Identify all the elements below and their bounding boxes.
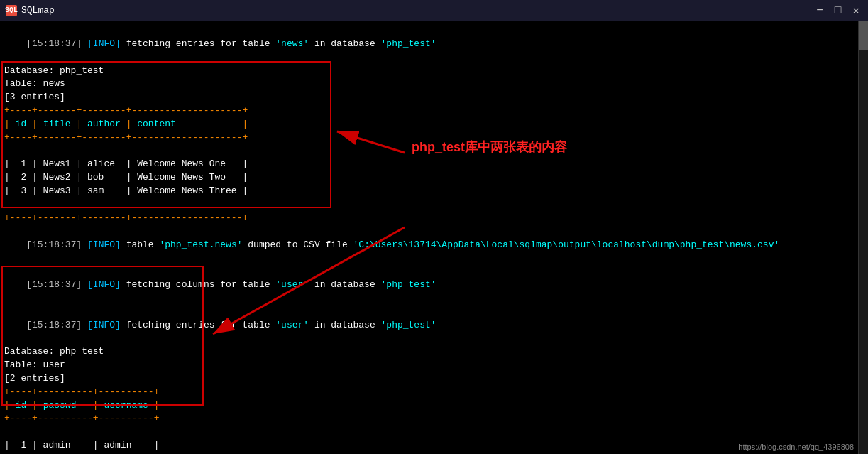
table-user-row-1: | 1 | admin | admin | — [4, 439, 864, 453]
terminal-line-fetch-cols: [15:18:37] [INFO] fetching columns for t… — [4, 265, 864, 306]
window-controls: − □ ✕ — [813, 0, 862, 21]
terminal-line-db-phptest: Database: php_test — [4, 345, 864, 359]
minimize-button[interactable]: − — [813, 4, 826, 17]
terminal-blank-1 — [4, 145, 864, 158]
scrollbar[interactable] — [858, 21, 868, 454]
terminal-line-4: [3 entries] — [4, 91, 864, 104]
terminal-line-3: Table: news — [4, 77, 864, 91]
watermark: https://blog.csdn.net/qq_4396808 — [738, 443, 854, 451]
table-user-border-top: +----+----------+----------+ — [4, 386, 864, 399]
terminal-blank-3 — [4, 426, 864, 439]
terminal-line-fetch-entries-user: [15:18:37] [INFO] fetching entries for t… — [4, 306, 864, 346]
table-news-row-1: | 1 | News1 | alice | Welcome News One | — [4, 158, 864, 171]
scrollbar-thumb[interactable] — [859, 21, 868, 50]
table-news-row-2: | 2 | News2 | bob | Welcome News Two | — [4, 171, 864, 185]
maximize-button[interactable]: □ — [832, 4, 845, 17]
table-news-border-top: +----+-------+--------+-----------------… — [4, 104, 864, 118]
app-icon: SQL — [6, 5, 17, 16]
terminal-line-entries-count: [2 entries] — [4, 372, 864, 386]
terminal-line-2: Database: php_test — [4, 65, 864, 78]
app-icon-text: SQL — [5, 6, 18, 14]
table-news-row-3: | 3 | News3 | sam | Welcome News Three | — [4, 185, 864, 198]
terminal-line-1: [15:18:37] [INFO] fetching entries for t… — [4, 24, 864, 65]
titlebar: SQL SQLmap − □ ✕ — [0, 0, 868, 21]
terminal-blank-2 — [4, 198, 864, 212]
table-news-separator: +----+-------+--------+-----------------… — [4, 131, 864, 145]
table-news-border-bottom: +----+-------+--------+-----------------… — [4, 212, 864, 225]
table-user-header: | id | passwd | username | — [4, 399, 864, 413]
app-title: SQLmap — [21, 5, 55, 16]
table-user-separator: +----+----------+----------+ — [4, 412, 864, 426]
terminal-area: [15:18:37] [INFO] fetching entries for t… — [0, 21, 868, 454]
terminal-line-table-user: Table: user — [4, 359, 864, 372]
close-button[interactable]: ✕ — [850, 4, 862, 18]
terminal-line-dump-news: [15:18:37] [INFO] table 'php_test.news' … — [4, 225, 864, 266]
table-news-header: | id | title | author | content | — [4, 118, 864, 131]
